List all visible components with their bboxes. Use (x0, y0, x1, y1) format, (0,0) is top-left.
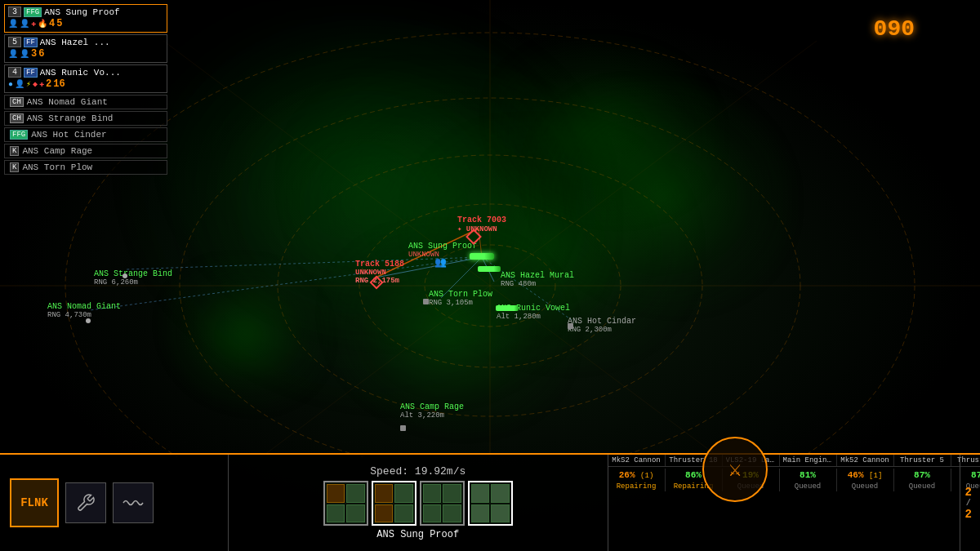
weapon-icon: ⚔ (728, 456, 742, 482)
ship-dot-nomad-giant (86, 313, 91, 327)
selected-ship-name: ANS Sung Proof (376, 529, 459, 540)
map-label-torn-plow: ANS Torn PlowRNG 3,105m (429, 290, 492, 307)
ship-type-1: FFG (24, 7, 42, 17)
status-card-2[interactable] (372, 481, 416, 526)
ship-entry-runic[interactable]: 4 FF ANS Runic Vo... ● 👤 ⚡ ◆ ✚ 2 16 (4, 64, 167, 93)
map-label-camp-rage: ANS Camp RageAlt 3,220m (400, 402, 464, 420)
status-1: Repairing (608, 482, 666, 491)
weapon-val-4: 81% (780, 469, 837, 482)
speed-display: Speed: 19.92m/s (370, 465, 466, 478)
map-label-hot-cindar: ANS Hot CindarRNG 2,300m (568, 317, 636, 334)
page-total: 2 (965, 508, 972, 521)
icon-cross-3: ✚ (39, 79, 44, 89)
ship-dot-hot-cindar (568, 318, 573, 333)
weapon-col-6: Thruster 5 (894, 455, 951, 466)
heading-display: 090 (874, 16, 915, 42)
tool-button-2[interactable] (113, 482, 154, 523)
weapon-val-1: 26% (1) (608, 469, 666, 482)
sub-1: (1) (640, 472, 653, 480)
page-current: 2 (965, 486, 972, 499)
left-panel: 3 FFG ANS Sung Proof 👤 👤 ✚ 🔥 4 5 5 FF AN… (4, 4, 167, 176)
seg-4-3 (471, 504, 490, 523)
pct-2: 86% (685, 470, 702, 480)
type-k-2: K (10, 162, 19, 172)
icon-person-1b: 👤 (20, 19, 29, 29)
weapon-status-row: Repairing Repairing Queued Queued Queued… (608, 482, 981, 491)
ship-list-torn-plow[interactable]: K ANS Torn Plow (4, 160, 167, 175)
weapon-icon-area[interactable]: ⚔ (702, 437, 768, 502)
seg-4-4 (491, 504, 510, 523)
wrench-icon (76, 493, 96, 513)
weapon-val-5: 46% [1] (837, 469, 894, 482)
tool-button-1[interactable] (65, 482, 106, 523)
name-torn-plow: ANS Torn Plow (22, 162, 92, 172)
ship-type-2: FF (24, 38, 38, 47)
name-strange-bind: ANS Strange Bind (27, 113, 114, 123)
sub-5: [1] (869, 472, 882, 480)
bottom-left: FLNK (0, 455, 229, 551)
icon-diamond-3: ◆ (33, 79, 38, 89)
type-ffg-2: FFG (10, 130, 28, 140)
ship-list-camp-rage[interactable]: K ANS Camp Rage (4, 144, 167, 158)
status-card-4[interactable] (468, 481, 513, 526)
icon-fire-1: 🔥 (38, 19, 47, 29)
track-7003-label: Track 7003 ✦ UNKNOWN (457, 216, 506, 233)
ship-name-2: ANS Hazel ... (40, 38, 110, 47)
wave-icon (122, 497, 145, 509)
seg-3-2 (443, 484, 461, 503)
ship-name-3: ANS Runic Vo... (40, 68, 121, 78)
status-5: Queued (837, 482, 894, 491)
ship-count-3a: 2 (46, 78, 51, 90)
weapon-values-row: 26% (1) 86% 19% 81% 46% [1] 87% 87% (608, 467, 981, 482)
ship-dot-strange-bind (122, 268, 127, 282)
icon-circle-3: ● (8, 80, 13, 89)
squad-icon-1: 👥 (434, 256, 447, 269)
ship-type-3: FF (24, 68, 38, 78)
weapon-col-1: MkS2 Cannon (608, 455, 666, 466)
icon-bolt-3: ⚡ (26, 79, 31, 89)
page-fraction: 2 / 2 (960, 455, 977, 551)
ship-entry-hazel[interactable]: 5 FF ANS Hazel ... 👤 👤 3 6 (4, 34, 167, 63)
weapon-name-4: Main Engine 1 (783, 456, 833, 464)
weapon-val-6: 87% (894, 469, 951, 482)
status-card-3[interactable] (420, 481, 465, 526)
seg-3-4 (443, 504, 461, 523)
ship-name-1: ANS Sung Proof (44, 7, 119, 17)
seg-2-2 (394, 484, 413, 503)
seg-3-1 (423, 484, 442, 503)
bottom-bar: FLNK Speed: 19.92m/s (0, 453, 980, 551)
type-ch-2: CH (10, 113, 24, 123)
icon-cross-1: ✚ (31, 19, 36, 29)
map-label-strange-bind: ANS Strange BindRNG 6,260m (94, 269, 172, 287)
ship-list-strange-bind[interactable]: CH ANS Strange Bind (4, 111, 167, 126)
ship-count-2b: 6 (38, 48, 44, 60)
status-4: Queued (780, 482, 837, 491)
weapon-header-row: MkS2 Cannon Thruster 18 VLS2-19 Launcher… (608, 455, 981, 467)
seg-2-4 (394, 504, 413, 523)
ship-dot-runic-vowel (496, 300, 519, 315)
icon-person-2a: 👤 (8, 49, 18, 59)
weapon-col-5: Mk52 Cannon (837, 455, 894, 466)
status-card-1[interactable] (323, 481, 368, 526)
page-divider: / (966, 499, 971, 508)
ship-number-3: 4 (8, 67, 21, 78)
ship-list-nomad-giant[interactable]: CH ANS Nomad Giant (4, 95, 167, 109)
weapon-name-1: MkS2 Cannon (612, 456, 662, 464)
ship-status-cards (323, 481, 513, 526)
bottom-right: MkS2 Cannon Thruster 18 VLS2-19 Launcher… (608, 455, 981, 551)
ship-count-1a: 4 (49, 18, 55, 29)
name-hot-cinder: ANS Hot Cinder (31, 130, 106, 140)
pct-4: 81% (800, 470, 816, 480)
map-label-hazel-mural: ANS Hazel MuralRNG 480m (501, 271, 574, 288)
bottom-center: Speed: 19.92m/s (229, 455, 608, 551)
flnk-button[interactable]: FLNK (10, 478, 59, 527)
pct-5: 46% (848, 470, 864, 480)
seg-1-2 (346, 484, 365, 503)
seg-1-4 (346, 504, 365, 523)
weapon-name-6: Thruster 5 (898, 456, 947, 464)
ship-entry-sung-proof[interactable]: 3 FFG ANS Sung Proof 👤 👤 ✚ 🔥 4 5 (4, 4, 167, 33)
ship-dot-camp-rage (400, 420, 406, 435)
icon-person-2b: 👤 (20, 49, 29, 59)
weapon-name-5: Mk52 Cannon (840, 456, 890, 464)
ship-list-hot-cinder[interactable]: FFG ANS Hot Cinder (4, 127, 167, 142)
